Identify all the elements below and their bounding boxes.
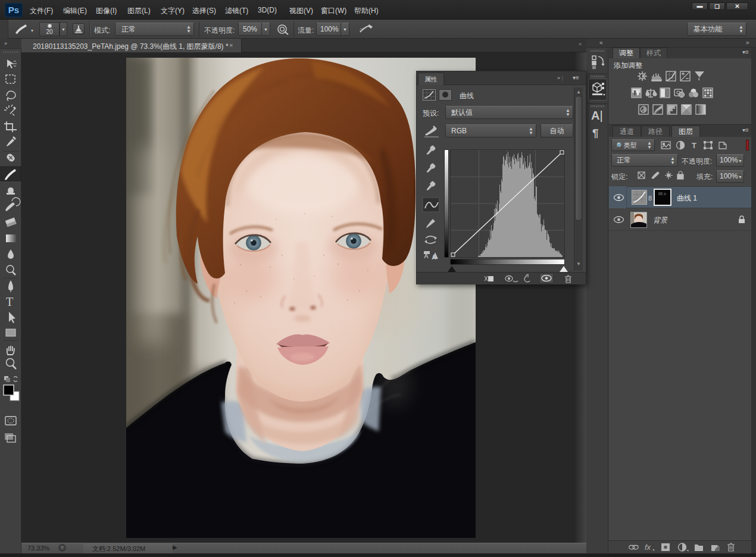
svg-text:T: T bbox=[6, 295, 13, 308]
svg-text:fx: fx bbox=[645, 543, 651, 552]
svg-text:T: T bbox=[692, 141, 696, 150]
svg-text:A: A bbox=[432, 254, 436, 261]
